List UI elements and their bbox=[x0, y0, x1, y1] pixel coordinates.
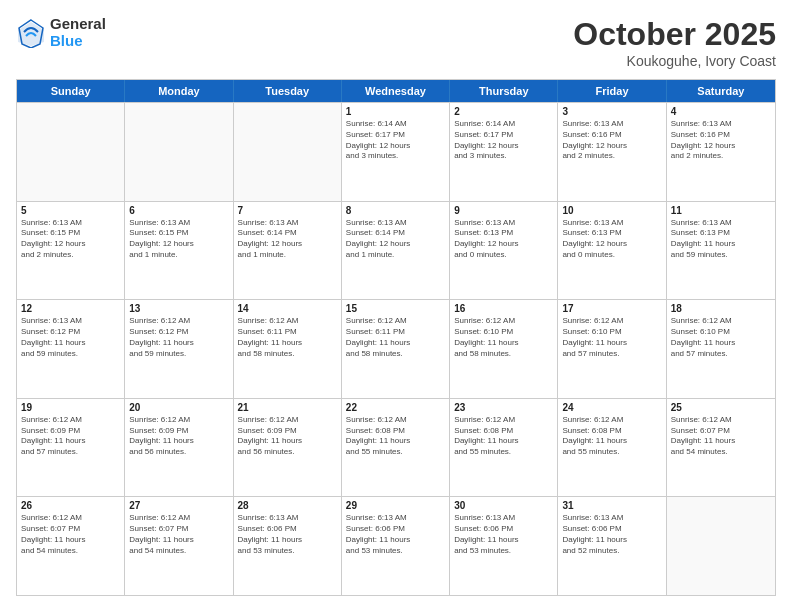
calendar: SundayMondayTuesdayWednesdayThursdayFrid… bbox=[16, 79, 776, 596]
cell-info-text: Sunrise: 6:12 AM Sunset: 6:07 PM Dayligh… bbox=[671, 415, 771, 458]
cell-info-text: Sunrise: 6:13 AM Sunset: 6:16 PM Dayligh… bbox=[671, 119, 771, 162]
calendar-cell: 27Sunrise: 6:12 AM Sunset: 6:07 PM Dayli… bbox=[125, 497, 233, 595]
cell-info-text: Sunrise: 6:13 AM Sunset: 6:06 PM Dayligh… bbox=[454, 513, 553, 556]
cell-info-text: Sunrise: 6:13 AM Sunset: 6:13 PM Dayligh… bbox=[671, 218, 771, 261]
calendar-header-day: Saturday bbox=[667, 80, 775, 102]
calendar-header-day: Monday bbox=[125, 80, 233, 102]
cell-day-number: 6 bbox=[129, 205, 228, 216]
calendar-cell bbox=[234, 103, 342, 201]
calendar-cell: 20Sunrise: 6:12 AM Sunset: 6:09 PM Dayli… bbox=[125, 399, 233, 497]
cell-info-text: Sunrise: 6:14 AM Sunset: 6:17 PM Dayligh… bbox=[346, 119, 445, 162]
cell-day-number: 13 bbox=[129, 303, 228, 314]
cell-day-number: 22 bbox=[346, 402, 445, 413]
cell-info-text: Sunrise: 6:13 AM Sunset: 6:13 PM Dayligh… bbox=[454, 218, 553, 261]
calendar-header-day: Wednesday bbox=[342, 80, 450, 102]
calendar-week-2: 5Sunrise: 6:13 AM Sunset: 6:15 PM Daylig… bbox=[17, 201, 775, 300]
cell-day-number: 28 bbox=[238, 500, 337, 511]
calendar-cell: 31Sunrise: 6:13 AM Sunset: 6:06 PM Dayli… bbox=[558, 497, 666, 595]
calendar-cell: 2Sunrise: 6:14 AM Sunset: 6:17 PM Daylig… bbox=[450, 103, 558, 201]
cell-info-text: Sunrise: 6:14 AM Sunset: 6:17 PM Dayligh… bbox=[454, 119, 553, 162]
calendar-body: 1Sunrise: 6:14 AM Sunset: 6:17 PM Daylig… bbox=[17, 102, 775, 595]
calendar-week-5: 26Sunrise: 6:12 AM Sunset: 6:07 PM Dayli… bbox=[17, 496, 775, 595]
cell-info-text: Sunrise: 6:12 AM Sunset: 6:11 PM Dayligh… bbox=[238, 316, 337, 359]
cell-info-text: Sunrise: 6:13 AM Sunset: 6:14 PM Dayligh… bbox=[238, 218, 337, 261]
calendar-header-day: Friday bbox=[558, 80, 666, 102]
calendar-cell: 28Sunrise: 6:13 AM Sunset: 6:06 PM Dayli… bbox=[234, 497, 342, 595]
calendar-header-day: Sunday bbox=[17, 80, 125, 102]
cell-day-number: 29 bbox=[346, 500, 445, 511]
calendar-cell: 13Sunrise: 6:12 AM Sunset: 6:12 PM Dayli… bbox=[125, 300, 233, 398]
calendar-cell: 5Sunrise: 6:13 AM Sunset: 6:15 PM Daylig… bbox=[17, 202, 125, 300]
cell-day-number: 17 bbox=[562, 303, 661, 314]
cell-info-text: Sunrise: 6:13 AM Sunset: 6:06 PM Dayligh… bbox=[346, 513, 445, 556]
cell-day-number: 5 bbox=[21, 205, 120, 216]
calendar-week-4: 19Sunrise: 6:12 AM Sunset: 6:09 PM Dayli… bbox=[17, 398, 775, 497]
cell-day-number: 23 bbox=[454, 402, 553, 413]
cell-info-text: Sunrise: 6:13 AM Sunset: 6:13 PM Dayligh… bbox=[562, 218, 661, 261]
calendar-cell: 4Sunrise: 6:13 AM Sunset: 6:16 PM Daylig… bbox=[667, 103, 775, 201]
logo-text: General Blue bbox=[50, 16, 106, 49]
calendar-week-1: 1Sunrise: 6:14 AM Sunset: 6:17 PM Daylig… bbox=[17, 102, 775, 201]
cell-info-text: Sunrise: 6:13 AM Sunset: 6:12 PM Dayligh… bbox=[21, 316, 120, 359]
calendar-cell: 15Sunrise: 6:12 AM Sunset: 6:11 PM Dayli… bbox=[342, 300, 450, 398]
calendar-cell: 6Sunrise: 6:13 AM Sunset: 6:15 PM Daylig… bbox=[125, 202, 233, 300]
cell-info-text: Sunrise: 6:13 AM Sunset: 6:16 PM Dayligh… bbox=[562, 119, 661, 162]
cell-info-text: Sunrise: 6:12 AM Sunset: 6:09 PM Dayligh… bbox=[21, 415, 120, 458]
calendar-cell: 9Sunrise: 6:13 AM Sunset: 6:13 PM Daylig… bbox=[450, 202, 558, 300]
calendar-cell bbox=[125, 103, 233, 201]
cell-day-number: 18 bbox=[671, 303, 771, 314]
page: General Blue October 2025 Koukoguhe, Ivo… bbox=[0, 0, 792, 612]
calendar-cell: 26Sunrise: 6:12 AM Sunset: 6:07 PM Dayli… bbox=[17, 497, 125, 595]
cell-info-text: Sunrise: 6:12 AM Sunset: 6:09 PM Dayligh… bbox=[238, 415, 337, 458]
logo-blue: Blue bbox=[50, 33, 106, 50]
calendar-cell: 21Sunrise: 6:12 AM Sunset: 6:09 PM Dayli… bbox=[234, 399, 342, 497]
calendar-cell: 14Sunrise: 6:12 AM Sunset: 6:11 PM Dayli… bbox=[234, 300, 342, 398]
calendar-cell: 10Sunrise: 6:13 AM Sunset: 6:13 PM Dayli… bbox=[558, 202, 666, 300]
cell-day-number: 16 bbox=[454, 303, 553, 314]
cell-info-text: Sunrise: 6:13 AM Sunset: 6:14 PM Dayligh… bbox=[346, 218, 445, 261]
cell-day-number: 20 bbox=[129, 402, 228, 413]
title-block: October 2025 Koukoguhe, Ivory Coast bbox=[573, 16, 776, 69]
calendar-cell: 16Sunrise: 6:12 AM Sunset: 6:10 PM Dayli… bbox=[450, 300, 558, 398]
cell-info-text: Sunrise: 6:13 AM Sunset: 6:06 PM Dayligh… bbox=[238, 513, 337, 556]
cell-info-text: Sunrise: 6:12 AM Sunset: 6:07 PM Dayligh… bbox=[129, 513, 228, 556]
cell-day-number: 12 bbox=[21, 303, 120, 314]
cell-day-number: 8 bbox=[346, 205, 445, 216]
calendar-cell: 8Sunrise: 6:13 AM Sunset: 6:14 PM Daylig… bbox=[342, 202, 450, 300]
calendar-subtitle: Koukoguhe, Ivory Coast bbox=[573, 53, 776, 69]
cell-day-number: 1 bbox=[346, 106, 445, 117]
calendar-cell: 3Sunrise: 6:13 AM Sunset: 6:16 PM Daylig… bbox=[558, 103, 666, 201]
cell-info-text: Sunrise: 6:12 AM Sunset: 6:10 PM Dayligh… bbox=[454, 316, 553, 359]
cell-info-text: Sunrise: 6:12 AM Sunset: 6:08 PM Dayligh… bbox=[562, 415, 661, 458]
logo-icon bbox=[16, 18, 46, 48]
calendar-cell: 12Sunrise: 6:13 AM Sunset: 6:12 PM Dayli… bbox=[17, 300, 125, 398]
calendar-cell: 19Sunrise: 6:12 AM Sunset: 6:09 PM Dayli… bbox=[17, 399, 125, 497]
cell-day-number: 26 bbox=[21, 500, 120, 511]
cell-day-number: 24 bbox=[562, 402, 661, 413]
cell-info-text: Sunrise: 6:13 AM Sunset: 6:15 PM Dayligh… bbox=[129, 218, 228, 261]
calendar-cell: 24Sunrise: 6:12 AM Sunset: 6:08 PM Dayli… bbox=[558, 399, 666, 497]
calendar-cell: 1Sunrise: 6:14 AM Sunset: 6:17 PM Daylig… bbox=[342, 103, 450, 201]
calendar-cell: 23Sunrise: 6:12 AM Sunset: 6:08 PM Dayli… bbox=[450, 399, 558, 497]
calendar-header: SundayMondayTuesdayWednesdayThursdayFrid… bbox=[17, 80, 775, 102]
cell-info-text: Sunrise: 6:12 AM Sunset: 6:07 PM Dayligh… bbox=[21, 513, 120, 556]
calendar-cell bbox=[17, 103, 125, 201]
cell-info-text: Sunrise: 6:13 AM Sunset: 6:15 PM Dayligh… bbox=[21, 218, 120, 261]
calendar-cell: 22Sunrise: 6:12 AM Sunset: 6:08 PM Dayli… bbox=[342, 399, 450, 497]
cell-day-number: 15 bbox=[346, 303, 445, 314]
cell-info-text: Sunrise: 6:12 AM Sunset: 6:08 PM Dayligh… bbox=[454, 415, 553, 458]
cell-info-text: Sunrise: 6:12 AM Sunset: 6:11 PM Dayligh… bbox=[346, 316, 445, 359]
cell-day-number: 11 bbox=[671, 205, 771, 216]
logo: General Blue bbox=[16, 16, 106, 49]
header: General Blue October 2025 Koukoguhe, Ivo… bbox=[16, 16, 776, 69]
calendar-cell: 11Sunrise: 6:13 AM Sunset: 6:13 PM Dayli… bbox=[667, 202, 775, 300]
cell-info-text: Sunrise: 6:13 AM Sunset: 6:06 PM Dayligh… bbox=[562, 513, 661, 556]
cell-info-text: Sunrise: 6:12 AM Sunset: 6:09 PM Dayligh… bbox=[129, 415, 228, 458]
cell-day-number: 19 bbox=[21, 402, 120, 413]
cell-info-text: Sunrise: 6:12 AM Sunset: 6:08 PM Dayligh… bbox=[346, 415, 445, 458]
cell-day-number: 25 bbox=[671, 402, 771, 413]
cell-day-number: 10 bbox=[562, 205, 661, 216]
calendar-cell: 17Sunrise: 6:12 AM Sunset: 6:10 PM Dayli… bbox=[558, 300, 666, 398]
cell-info-text: Sunrise: 6:12 AM Sunset: 6:10 PM Dayligh… bbox=[562, 316, 661, 359]
cell-day-number: 27 bbox=[129, 500, 228, 511]
